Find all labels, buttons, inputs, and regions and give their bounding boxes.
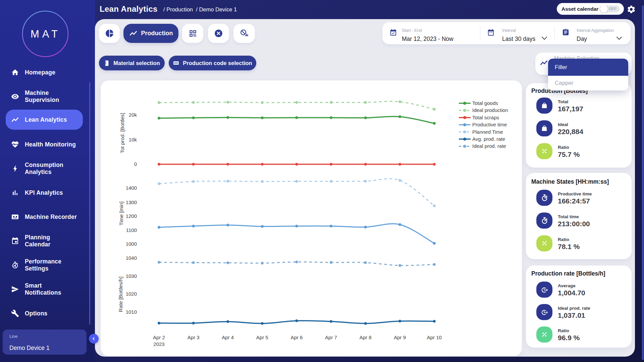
svg-text:Total goods: Total goods [472,100,498,106]
svg-text:1300: 1300 [126,199,137,205]
svg-text:1030: 1030 [126,273,137,279]
svg-text:Time [min]: Time [min] [118,201,124,226]
svg-text:Apr 8: Apr 8 [360,335,372,340]
svg-text:Apr 10: Apr 10 [427,335,442,340]
svg-text:Avg. prod. rate: Avg. prod. rate [472,136,505,142]
svg-text:1020: 1020 [126,291,137,297]
svg-text:MAT: MAT [31,28,61,40]
svg-text:Apr 4: Apr 4 [222,335,234,340]
svg-text:Apr 3: Apr 3 [187,335,200,340]
svg-text:1100: 1100 [126,227,137,233]
svg-text:Ideal production: Ideal production [472,107,508,113]
svg-text:Apr 7: Apr 7 [325,335,337,340]
svg-text:20k: 20k [129,112,137,118]
svg-text:1200: 1200 [126,213,137,219]
svg-text:Apr 2: Apr 2 [153,335,165,340]
svg-text:1040: 1040 [126,255,137,261]
svg-text:1000: 1000 [126,241,137,247]
svg-text:Ideal prod. rate: Ideal prod. rate [472,143,506,149]
svg-text:Apr 5: Apr 5 [256,335,268,340]
svg-text:Tot prod. [Bottles]: Tot prod. [Bottles] [119,113,125,154]
svg-text:Total scraps: Total scraps [472,115,499,120]
svg-text:1010: 1010 [126,309,137,315]
svg-text:Apr 9: Apr 9 [394,335,406,340]
svg-text:Planned Time: Planned Time [472,129,503,135]
svg-text:0: 0 [134,161,137,167]
svg-text:Apr 6: Apr 6 [290,335,303,340]
svg-text:Productive time: Productive time [472,122,507,127]
svg-text:2023: 2023 [153,341,164,347]
svg-text:1400: 1400 [126,185,137,191]
svg-text:Rate [Bottles/h]: Rate [Bottles/h] [118,277,123,312]
svg-text:10k: 10k [129,137,137,142]
